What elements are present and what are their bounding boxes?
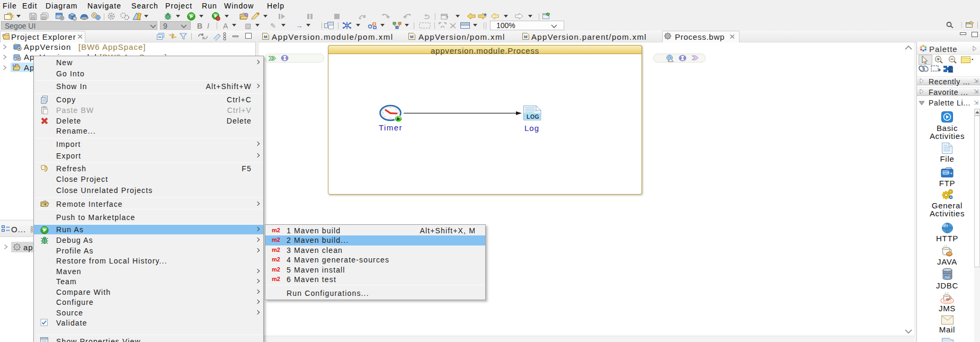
svg-text:M: M xyxy=(410,34,414,39)
svg-text:FTP: FTP xyxy=(943,171,949,174)
svg-text:M: M xyxy=(524,34,528,39)
svg-text:M: M xyxy=(13,63,15,66)
svg-text:SQL: SQL xyxy=(945,275,950,278)
svg-text:LOG: LOG xyxy=(527,113,539,120)
svg-text:M: M xyxy=(264,34,268,39)
